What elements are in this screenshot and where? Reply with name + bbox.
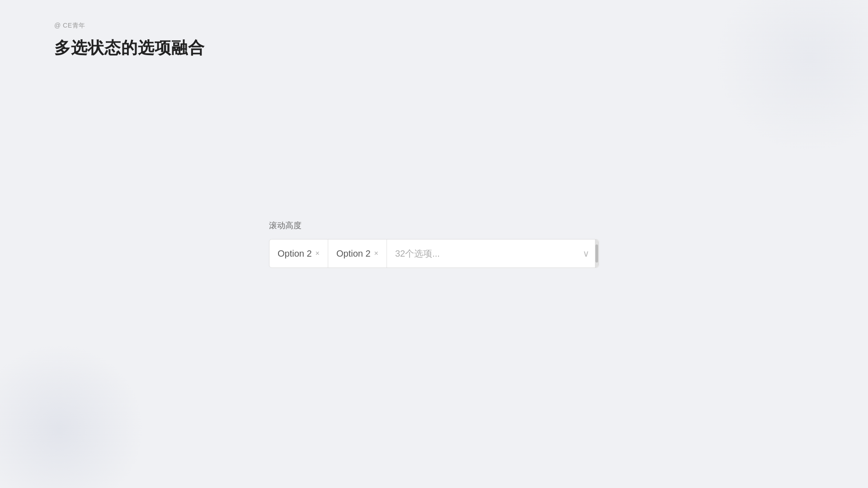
tag-2-text: Option 2: [336, 249, 371, 259]
multiselect-control[interactable]: Option 2 × Option 2 × 32个选项... ∨: [269, 239, 599, 268]
tag-item-1: Option 2 ×: [269, 239, 328, 267]
content-area: 滚动高度 Option 2 × Option 2 × 32个选项... ∨: [269, 220, 599, 268]
scrollbar-thumb: [595, 244, 598, 263]
page-title: 多选状态的选项融合: [54, 37, 814, 59]
scrollbar-track: [595, 239, 599, 267]
section-label: 滚动高度: [269, 220, 599, 231]
remaining-count-label: 32个选项...: [387, 248, 573, 260]
chevron-down-icon: ∨: [583, 248, 590, 259]
tag-1-text: Option 2: [278, 249, 312, 259]
tag-item-2: Option 2 ×: [328, 239, 387, 267]
tag-2-close-button[interactable]: ×: [374, 250, 378, 257]
tag-1-close-button[interactable]: ×: [316, 250, 320, 257]
brand-label: @ CE青年: [54, 22, 814, 30]
